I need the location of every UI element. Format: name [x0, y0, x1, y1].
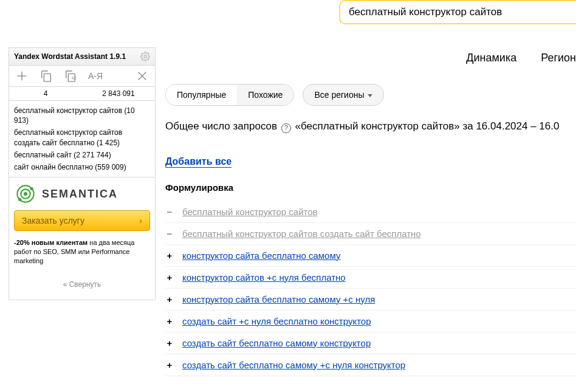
order-service-button[interactable]: Заказать услугу ›	[14, 210, 150, 231]
table-row: + конструктор сайта бесплатно самому +с …	[165, 289, 576, 311]
summary-query: «бесплатный конструктор сайтов»	[295, 120, 460, 132]
svg-rect-3	[44, 74, 50, 81]
count-keywords: 4	[9, 87, 82, 100]
promo-text: -20% новым клиентам на два месяца работ …	[9, 236, 155, 272]
query-link[interactable]: создать сайт бесплатно самому +с нуля ко…	[182, 360, 405, 370]
list-item[interactable]: бесплатный конструктор сайтов создать са…	[14, 126, 150, 148]
panel-toolbar: 42 А-Я	[9, 66, 155, 87]
table-row: + конструктор сайта бесплатно самому	[165, 245, 576, 267]
count-total: 2 843 091	[82, 87, 155, 100]
sort-alpha-button[interactable]: А-Я	[88, 71, 103, 81]
collapse-button[interactable]: « Свернуть	[9, 272, 155, 300]
add-icon[interactable]: +	[165, 250, 174, 261]
search-query-text: бесплатный конструктор сайтов	[349, 6, 502, 18]
order-service-label: Заказать услугу	[22, 216, 84, 225]
query-link[interactable]: бесплатный конструктор сайтов	[182, 207, 318, 217]
svg-point-11	[30, 187, 33, 190]
nav-regions[interactable]: Регион	[541, 52, 576, 64]
query-type-pill-group: Популярные Похожие	[165, 84, 294, 106]
remove-icon[interactable]: −	[165, 229, 174, 239]
table-row: + создать сайт бесплатно самому +с нуля …	[165, 354, 576, 376]
panel-keyword-list: бесплатный конструктор сайтов (10 913) б…	[9, 101, 155, 177]
query-link[interactable]: конструктор сайта бесплатно самому	[182, 250, 340, 261]
add-icon[interactable]: +	[165, 294, 174, 304]
table-row: + создать сайт +с нуля бесплатно констру…	[165, 311, 576, 332]
query-link[interactable]: конструктор сайта бесплатно самому +с ну…	[182, 294, 375, 304]
filter-pills: Популярные Похожие Все регионы	[165, 84, 576, 106]
summary-prefix: Общее число запросов	[165, 120, 280, 132]
clear-icon[interactable]	[135, 69, 149, 83]
help-icon[interactable]: ?	[281, 123, 291, 133]
region-selector[interactable]: Все регионы	[303, 84, 384, 106]
add-all-link[interactable]: Добавить все	[165, 156, 231, 168]
top-nav: Динамика Регион	[466, 52, 576, 64]
svg-point-0	[144, 55, 146, 58]
pill-popular[interactable]: Популярные	[166, 84, 237, 105]
list-item[interactable]: бесплатный сайт (2 271 744)	[14, 149, 150, 161]
main-content: Популярные Похожие Все регионы Общее чис…	[165, 84, 576, 376]
table-row: + создать сайт бесплатно самому конструк…	[165, 332, 576, 354]
summary-line: Общее число запросов ? «бесплатный конст…	[165, 120, 576, 133]
list-item[interactable]: сайт онлайн бесплатно (559 009)	[14, 161, 150, 173]
search-input[interactable]: бесплатный конструктор сайтов	[339, 0, 576, 24]
panel-counts: 4 2 843 091	[9, 87, 155, 101]
semantica-logo-icon	[15, 184, 36, 204]
list-item[interactable]: бесплатный конструктор сайтов (10 913)	[14, 105, 150, 126]
table-row: + конструктор сайтов +с нуля бесплатно	[165, 267, 576, 289]
gear-icon[interactable]	[140, 52, 150, 61]
summary-dates: 16.04.2024 – 16.0	[476, 120, 559, 132]
summary-mid: за	[460, 120, 476, 132]
chevron-down-icon	[368, 94, 372, 97]
panel-header: Yandex Wordstat Assistant 1.9.1	[9, 48, 155, 66]
table-row: − бесплатный конструктор сайтов	[165, 201, 576, 223]
copy-icon[interactable]	[39, 69, 53, 83]
pill-similar[interactable]: Похожие	[237, 84, 293, 105]
add-icon[interactable]: +	[165, 316, 174, 326]
nav-dynamics[interactable]: Динамика	[466, 52, 516, 64]
query-link[interactable]: создать сайт бесплатно самому конструкто…	[182, 338, 371, 348]
region-label: Все регионы	[314, 90, 364, 100]
promo-bold: -20% новым клиентам	[14, 239, 87, 246]
add-icon[interactable]	[15, 69, 29, 83]
add-icon[interactable]: +	[165, 338, 174, 348]
panel-title: Yandex Wordstat Assistant 1.9.1	[14, 52, 126, 61]
table-row: − бесплатный конструктор сайтов создать …	[165, 223, 576, 245]
svg-text:42: 42	[72, 76, 77, 80]
semantica-logo-text: SEMANTICA	[42, 188, 118, 201]
table-header-formulation: Формулировка	[165, 182, 576, 193]
query-link[interactable]: создать сайт +с нуля бесплатно конструкт…	[182, 316, 371, 326]
remove-icon[interactable]: −	[165, 207, 174, 217]
add-icon[interactable]: +	[165, 360, 174, 370]
svg-point-12	[18, 198, 21, 201]
wordstat-assistant-panel: Yandex Wordstat Assistant 1.9.1 42 А-Я 4…	[9, 47, 156, 300]
query-link[interactable]: конструктор сайтов +с нуля бесплатно	[182, 272, 346, 283]
svg-point-10	[24, 192, 27, 196]
copy-with-count-icon[interactable]: 42	[64, 69, 77, 83]
add-icon[interactable]: +	[165, 272, 174, 283]
query-link[interactable]: бесплатный конструктор сайтов создать са…	[182, 229, 421, 239]
semantica-logo: SEMANTICA	[9, 177, 155, 210]
chevron-right-icon: ›	[139, 216, 142, 225]
